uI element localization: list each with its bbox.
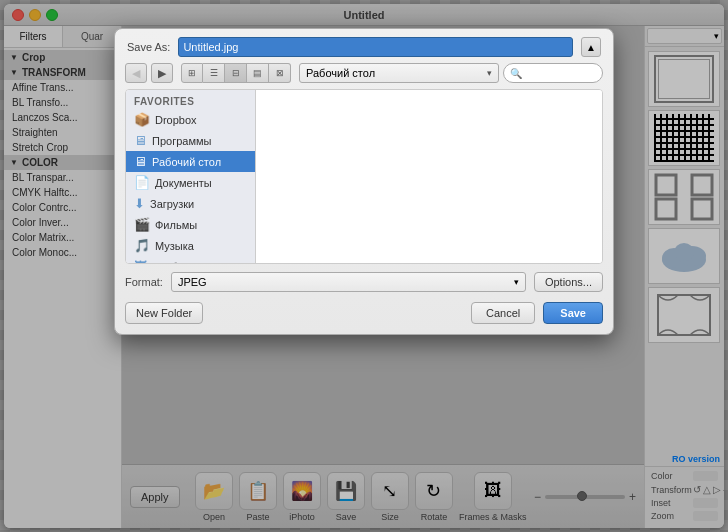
format-label: Format: bbox=[125, 276, 163, 288]
save-dialog: Save As: ▲ ◀ ▶ ⊞ ☰ ⊟ ▤ ⊠ Рабочий стол ▾ … bbox=[114, 28, 614, 335]
view-buttons: ⊞ ☰ ⊟ ▤ ⊠ bbox=[181, 63, 291, 83]
save-as-input[interactable] bbox=[178, 37, 573, 57]
location-dropdown-arrow: ▾ bbox=[487, 68, 492, 78]
favorite-label: Программы bbox=[152, 135, 211, 147]
options-button[interactable]: Options... bbox=[534, 272, 603, 292]
favorite-dropbox[interactable]: 📦 Dropbox bbox=[126, 109, 255, 130]
documents-icon: 📄 bbox=[134, 175, 150, 190]
favorites-pane: FAVORITES 📦 Dropbox 🖥 Программы 🖥 Рабочи… bbox=[126, 90, 256, 263]
music-icon: 🎵 bbox=[134, 238, 150, 253]
favorite-music[interactable]: 🎵 Музыка bbox=[126, 235, 255, 256]
favorite-label: Изображения bbox=[152, 261, 221, 264]
save-as-row: Save As: ▲ bbox=[115, 29, 613, 63]
view-list-btn[interactable]: ☰ bbox=[203, 63, 225, 83]
favorite-desktop[interactable]: 🖥 Рабочий стол bbox=[126, 151, 255, 172]
favorites-header: FAVORITES bbox=[126, 90, 255, 109]
nav-row: ◀ ▶ ⊞ ☰ ⊟ ▤ ⊠ Рабочий стол ▾ 🔍 bbox=[115, 63, 613, 89]
save-as-expand-button[interactable]: ▲ bbox=[581, 37, 601, 57]
file-browser: FAVORITES 📦 Dropbox 🖥 Программы 🖥 Рабочи… bbox=[125, 89, 603, 264]
favorite-images[interactable]: 🖼 Изображения bbox=[126, 256, 255, 263]
favorite-label: Загрузки bbox=[150, 198, 194, 210]
save-button[interactable]: Save bbox=[543, 302, 603, 324]
favorite-label: Dropbox bbox=[155, 114, 197, 126]
cancel-button[interactable]: Cancel bbox=[471, 302, 535, 324]
location-label: Рабочий стол bbox=[306, 67, 481, 79]
format-dropdown-arrow: ▾ bbox=[514, 277, 519, 287]
format-select[interactable]: JPEG ▾ bbox=[171, 272, 526, 292]
location-select[interactable]: Рабочий стол ▾ bbox=[299, 63, 499, 83]
format-value: JPEG bbox=[178, 276, 510, 288]
favorite-downloads[interactable]: ⬇ Загрузки bbox=[126, 193, 255, 214]
favorite-label: Музыка bbox=[155, 240, 194, 252]
favorite-label: Документы bbox=[155, 177, 212, 189]
search-box[interactable]: 🔍 bbox=[503, 63, 603, 83]
nav-back-button[interactable]: ◀ bbox=[125, 63, 147, 83]
nav-forward-button[interactable]: ▶ bbox=[151, 63, 173, 83]
dialog-overlay: Save As: ▲ ◀ ▶ ⊞ ☰ ⊟ ▤ ⊠ Рабочий стол ▾ … bbox=[0, 0, 728, 532]
movies-icon: 🎬 bbox=[134, 217, 150, 232]
programs-icon: 🖥 bbox=[134, 133, 147, 148]
downloads-icon: ⬇ bbox=[134, 196, 145, 211]
favorite-label: Рабочий стол bbox=[152, 156, 221, 168]
format-row: Format: JPEG ▾ Options... bbox=[115, 264, 613, 296]
favorite-label: Фильмы bbox=[155, 219, 197, 231]
view-icon-btn[interactable]: ⊞ bbox=[181, 63, 203, 83]
favorite-programs[interactable]: 🖥 Программы bbox=[126, 130, 255, 151]
favorite-movies[interactable]: 🎬 Фильмы bbox=[126, 214, 255, 235]
search-icon: 🔍 bbox=[510, 68, 522, 79]
favorite-documents[interactable]: 📄 Документы bbox=[126, 172, 255, 193]
view-cover-btn[interactable]: ▤ bbox=[247, 63, 269, 83]
dropbox-icon: 📦 bbox=[134, 112, 150, 127]
desktop-icon: 🖥 bbox=[134, 154, 147, 169]
view-columns-btn[interactable]: ⊟ bbox=[225, 63, 247, 83]
view-coverflow-btn[interactable]: ⊠ bbox=[269, 63, 291, 83]
save-as-label: Save As: bbox=[127, 41, 170, 53]
images-icon: 🖼 bbox=[134, 259, 147, 263]
new-folder-button[interactable]: New Folder bbox=[125, 302, 203, 324]
files-pane bbox=[256, 90, 602, 263]
dialog-buttons: New Folder Cancel Save bbox=[115, 296, 613, 334]
